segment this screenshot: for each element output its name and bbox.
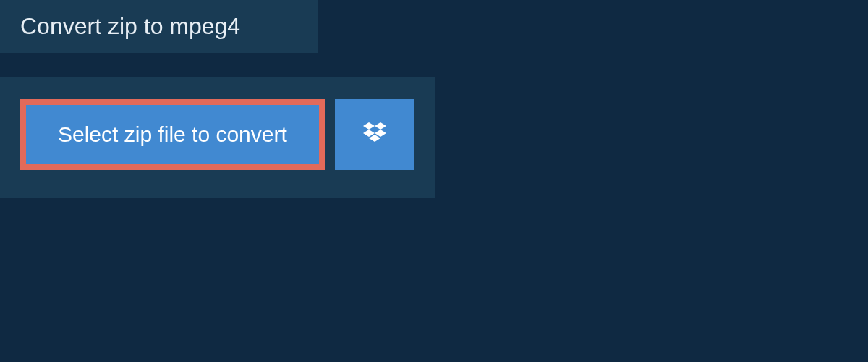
dropbox-button[interactable] — [335, 99, 414, 170]
select-file-label: Select zip file to convert — [58, 122, 287, 147]
select-file-button[interactable]: Select zip file to convert — [20, 99, 325, 170]
dropbox-icon — [360, 119, 389, 151]
file-select-panel: Select zip file to convert — [0, 77, 435, 198]
page-title: Convert zip to mpeg4 — [20, 13, 298, 40]
header-tab: Convert zip to mpeg4 — [0, 0, 318, 53]
